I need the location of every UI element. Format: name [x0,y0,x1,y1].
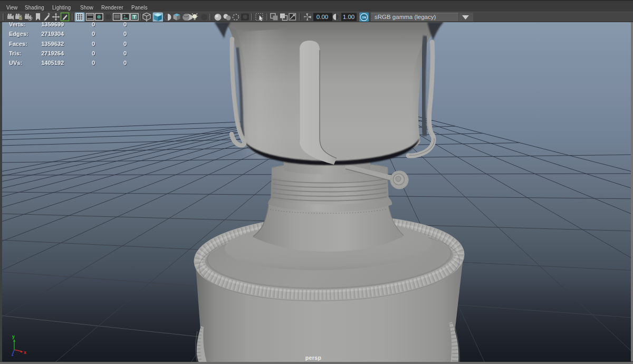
svg-text:0: 0 [123,22,127,27]
svg-text:0: 0 [123,50,127,56]
svg-text:0: 0 [92,41,95,47]
svg-text:0: 0 [92,50,95,56]
svg-text:persp: persp [305,355,322,361]
svg-text:0: 0 [92,22,95,27]
svg-text:1359632: 1359632 [41,41,64,47]
svg-text:Faces:: Faces: [9,41,27,47]
svg-text:2719304: 2719304 [41,31,64,37]
svg-text:UVs:: UVs: [9,60,22,66]
svg-text:ON: ON [362,16,366,19]
svg-text:0: 0 [92,60,95,66]
svg-text:0: 0 [92,31,95,37]
svg-text:0.00: 0.00 [316,14,328,20]
svg-text:0: 0 [123,31,127,37]
svg-text:0: 0 [123,41,127,47]
svg-text:1405192: 1405192 [41,60,64,66]
svg-text:2719264: 2719264 [41,50,64,56]
svg-text:1359699: 1359699 [41,22,64,27]
svg-text:Tris:: Tris: [9,50,21,56]
svg-text:0: 0 [123,60,127,66]
svg-text:1.00: 1.00 [343,14,354,20]
svg-text:x: x [24,350,26,355]
svg-text:Verts:: Verts: [9,22,25,27]
svg-text:y: y [12,334,15,339]
svg-text:Edges:: Edges: [9,31,28,37]
svg-text:sRGB gamma (legacy): sRGB gamma (legacy) [375,14,436,20]
